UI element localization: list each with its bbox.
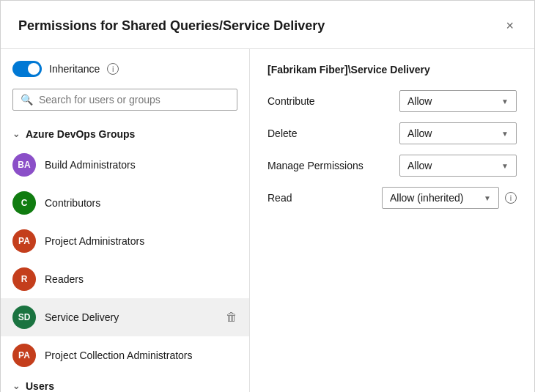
search-box[interactable]: 🔍 xyxy=(12,89,237,111)
permission-select-wrap: Allow ▼ xyxy=(399,155,517,177)
search-icon: 🔍 xyxy=(21,94,33,106)
permission-row: Delete Allow ▼ xyxy=(268,122,517,144)
users-section-label: Users xyxy=(26,380,54,392)
azure-devops-groups-label: Azure DevOps Groups xyxy=(26,128,135,140)
group-item[interactable]: R Readers xyxy=(1,260,249,298)
permission-select[interactable]: Allow ▼ xyxy=(399,122,517,144)
permission-value: Allow xyxy=(407,127,432,139)
group-item[interactable]: PA Project Administrators xyxy=(1,222,249,260)
permission-select[interactable]: Allow ▼ xyxy=(399,90,517,112)
azure-devops-groups-header[interactable]: ⌄ Azure DevOps Groups xyxy=(1,122,249,146)
left-panel: Inheritance i 🔍 ⌄ Azure DevOps Groups BA… xyxy=(1,49,250,392)
dialog-title: Permissions for Shared Queries/Service D… xyxy=(18,18,325,34)
avatar: BA xyxy=(12,153,36,177)
group-item[interactable]: C Contributors xyxy=(1,184,249,222)
chevron-down-icon: ▼ xyxy=(501,97,509,106)
groups-chevron-icon: ⌄ xyxy=(12,129,20,139)
chevron-down-icon: ▼ xyxy=(501,162,509,170)
inheritance-row: Inheritance i xyxy=(1,61,249,89)
close-button[interactable]: × xyxy=(503,15,517,37)
groups-list: BA Build Administrators C Contributors P… xyxy=(1,146,249,374)
avatar: C xyxy=(12,191,36,215)
permission-label: Delete xyxy=(268,127,377,139)
permission-select[interactable]: Allow (inherited) ▼ xyxy=(382,187,499,209)
search-input[interactable] xyxy=(39,94,229,106)
users-section-header[interactable]: ⌄ Users xyxy=(1,374,249,392)
group-name: Build Administrators xyxy=(45,159,237,171)
permission-value: Allow xyxy=(407,160,432,171)
dialog-body: Inheritance i 🔍 ⌄ Azure DevOps Groups BA… xyxy=(1,49,534,392)
group-name: Service Delivery xyxy=(45,311,217,323)
group-name: Project Administrators xyxy=(45,235,237,247)
group-name: Project Collection Administrators xyxy=(45,350,237,361)
permission-label: Manage Permissions xyxy=(268,160,377,171)
avatar: R xyxy=(12,267,36,291)
permission-value: Allow (inherited) xyxy=(390,192,463,204)
permission-select-wrap: Allow ▼ xyxy=(399,90,517,112)
permission-value: Allow xyxy=(407,95,432,107)
permission-row: Read Allow (inherited) ▼ i xyxy=(268,187,517,209)
chevron-down-icon: ▼ xyxy=(484,194,491,202)
avatar: PA xyxy=(12,229,36,253)
panel-title: [Fabrikam Fiber]\Service Delivery xyxy=(268,64,517,75)
dialog-header: Permissions for Shared Queries/Service D… xyxy=(1,1,534,49)
group-name: Readers xyxy=(45,273,237,285)
group-name: Contributors xyxy=(45,197,237,209)
permission-select-wrap: Allow ▼ xyxy=(399,122,517,144)
avatar: PA xyxy=(12,344,36,367)
right-panel: [Fabrikam Fiber]\Service Delivery Contri… xyxy=(250,49,534,392)
group-item[interactable]: SD Service Delivery 🗑 xyxy=(1,298,249,336)
group-item[interactable]: PA Project Collection Administrators xyxy=(1,336,249,374)
permission-select[interactable]: Allow ▼ xyxy=(399,155,517,177)
permission-row: Manage Permissions Allow ▼ xyxy=(268,155,517,177)
permissions-dialog: Permissions for Shared Queries/Service D… xyxy=(0,0,535,392)
avatar: SD xyxy=(12,306,36,329)
permission-label: Contribute xyxy=(268,95,377,107)
permission-label: Read xyxy=(268,192,377,204)
permission-row: Contribute Allow ▼ xyxy=(268,90,517,112)
permission-select-wrap: Allow (inherited) ▼ i xyxy=(382,187,517,209)
chevron-down-icon: ▼ xyxy=(501,130,509,138)
permissions-container: Contribute Allow ▼ Delete Allow ▼ Manage… xyxy=(268,90,517,209)
inheritance-toggle[interactable] xyxy=(12,61,42,77)
group-item[interactable]: BA Build Administrators xyxy=(1,146,249,184)
users-chevron-icon: ⌄ xyxy=(12,381,20,391)
inheritance-info-icon[interactable]: i xyxy=(107,63,119,75)
delete-icon[interactable]: 🗑 xyxy=(226,311,237,324)
inheritance-label: Inheritance xyxy=(49,63,100,75)
permission-info-icon[interactable]: i xyxy=(505,192,517,204)
